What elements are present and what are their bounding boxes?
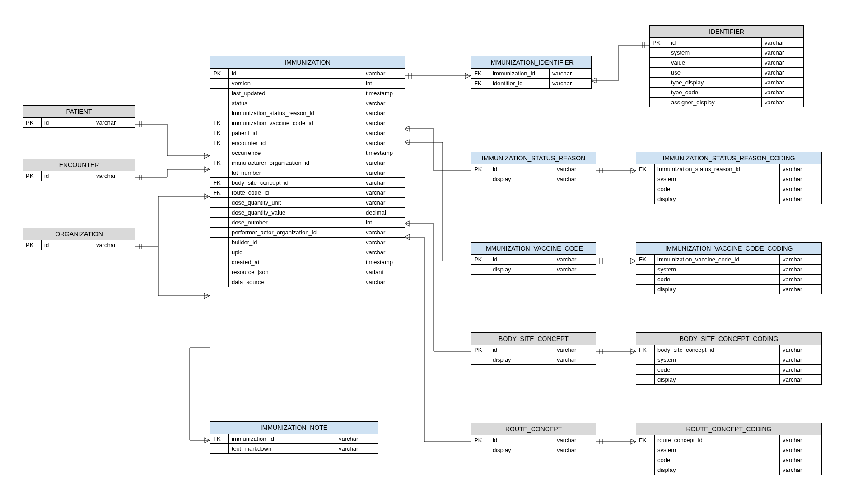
column-key <box>636 275 655 285</box>
column-type: varchar <box>762 58 804 68</box>
table-row: text_markdownvarchar <box>210 444 378 454</box>
table-row: FKimmunization_vaccine_code_idvarchar <box>210 118 405 128</box>
column-name: version <box>229 79 363 89</box>
column-type: varchar <box>762 48 804 58</box>
column-name: data_source <box>229 277 363 287</box>
column-key <box>636 445 655 455</box>
column-name: created_at <box>229 257 363 267</box>
column-type: varchar <box>554 265 596 275</box>
column-type: varchar <box>363 277 405 287</box>
column-type: varchar <box>780 445 822 455</box>
table-row: FKimmunization_status_reason_idvarchar <box>636 164 821 174</box>
column-name: system <box>655 445 780 455</box>
column-key: PK <box>471 435 490 445</box>
entity-title: IMMUNIZATION_IDENTIFIER <box>471 56 591 69</box>
entity-immunization: IMMUNIZATION PKidvarcharversionintlast_u… <box>210 56 405 287</box>
column-type: varchar <box>363 158 405 168</box>
column-name: id <box>42 118 93 127</box>
column-name: id <box>490 255 554 265</box>
table-row: systemvarchar <box>650 48 803 58</box>
column-key <box>210 148 229 158</box>
column-key: FK <box>210 178 229 188</box>
column-name: display <box>490 355 554 365</box>
table-row: displayvarchar <box>636 465 821 475</box>
column-name: display <box>490 265 554 275</box>
entity-encounter: ENCOUNTER PKidvarchar <box>23 159 135 181</box>
column-type: varchar <box>363 128 405 138</box>
table-row: valuevarchar <box>650 58 803 68</box>
table-row: FKimmunization_idvarchar <box>210 434 378 444</box>
entity-immunization-status-reason-coding: IMMUNIZATION_STATUS_REASON_CODING FKimmu… <box>636 152 822 204</box>
table-row: FKpatient_idvarchar <box>210 128 405 138</box>
column-key <box>210 98 229 108</box>
column-type: timestamp <box>363 89 405 98</box>
column-type: varchar <box>554 174 596 184</box>
column-type: varchar <box>780 194 822 204</box>
table-row: PKidvarchar <box>210 69 405 79</box>
table-row: upidvarchar <box>210 247 405 257</box>
table-row: dose_quantity_valuedecimal <box>210 208 405 218</box>
column-type: varchar <box>363 188 405 198</box>
table-row: data_sourcevarchar <box>210 277 405 287</box>
column-type: varchar <box>780 255 822 265</box>
column-key <box>636 365 655 375</box>
column-type: varchar <box>363 168 405 178</box>
column-key: FK <box>636 345 655 355</box>
column-key <box>636 375 655 385</box>
column-name: lot_number <box>229 168 363 178</box>
column-key <box>636 265 655 275</box>
column-name: immunization_status_reason_id <box>655 164 780 174</box>
table-row: created_attimestamp <box>210 257 405 267</box>
column-type: varchar <box>554 345 596 355</box>
column-name: identifier_id <box>490 79 550 89</box>
table-row: statusvarchar <box>210 98 405 108</box>
table-row: usevarchar <box>650 68 803 78</box>
table-row: displayvarchar <box>636 194 821 204</box>
table-row: FKencounter_idvarchar <box>210 138 405 148</box>
table-row: FKimmunization_vaccine_code_idvarchar <box>636 255 821 265</box>
column-name: id <box>490 345 554 355</box>
column-key <box>210 247 229 257</box>
column-key <box>210 238 229 247</box>
column-key <box>636 465 655 475</box>
entity-immunization-identifier: IMMUNIZATION_IDENTIFIER FKimmunization_i… <box>471 56 592 89</box>
column-type: varchar <box>554 255 596 265</box>
column-name: status <box>229 98 363 108</box>
table-row: type_codevarchar <box>650 88 803 98</box>
column-name: route_concept_id <box>655 435 780 445</box>
entity-immunization-note: IMMUNIZATION_NOTE FKimmunization_idvarch… <box>210 421 378 454</box>
table-row: systemvarchar <box>636 265 821 275</box>
column-name: type_display <box>668 78 762 88</box>
column-name: performer_actor_organization_id <box>229 228 363 238</box>
column-name: system <box>655 355 780 365</box>
table-row: displayvarchar <box>471 265 596 275</box>
column-name: id <box>42 171 93 181</box>
column-key <box>650 78 668 88</box>
column-name: body_site_concept_id <box>655 345 780 355</box>
column-type: timestamp <box>363 257 405 267</box>
entity-title: IMMUNIZATION_STATUS_REASON <box>471 152 596 164</box>
column-name: assigner_display <box>668 98 762 107</box>
column-key <box>650 58 668 68</box>
column-key: PK <box>471 345 490 355</box>
column-key <box>210 168 229 178</box>
table-row: performer_actor_organization_idvarchar <box>210 228 405 238</box>
column-type: int <box>363 218 405 228</box>
column-type: varchar <box>780 265 822 275</box>
column-type: variant <box>363 267 405 277</box>
column-type: varchar <box>363 138 405 148</box>
column-name: dose_quantity_value <box>229 208 363 218</box>
column-type: varchar <box>363 98 405 108</box>
column-key <box>471 265 490 275</box>
column-type: varchar <box>554 445 596 455</box>
column-type: varchar <box>363 108 405 118</box>
column-type: timestamp <box>363 148 405 158</box>
table-row: systemvarchar <box>636 174 821 184</box>
column-key <box>210 79 229 89</box>
column-key <box>636 355 655 365</box>
column-key: FK <box>210 188 229 198</box>
entity-immunization-status-reason: IMMUNIZATION_STATUS_REASON PKidvarchardi… <box>471 152 596 184</box>
column-key <box>650 48 668 58</box>
table-row: last_updatedtimestamp <box>210 89 405 98</box>
column-key: PK <box>23 118 42 127</box>
